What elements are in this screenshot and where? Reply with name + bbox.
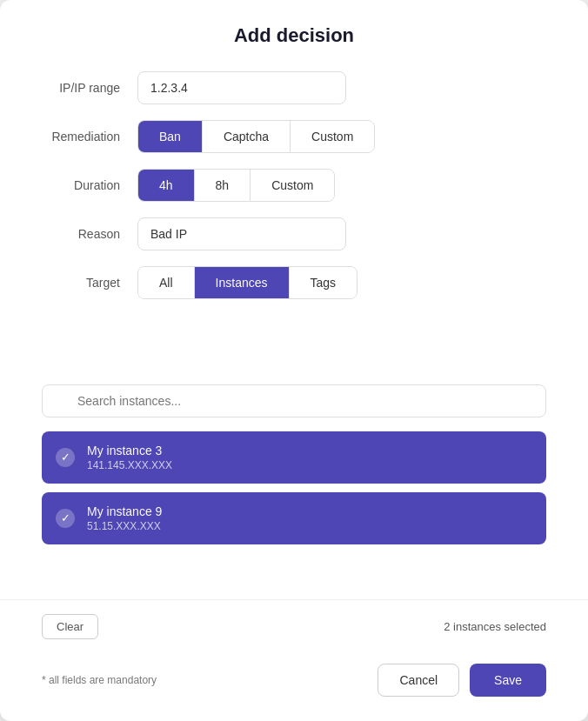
instance-item-2[interactable]: ✓ My instance 9 51.15.XXX.XXX [42,492,546,544]
search-section [0,384,588,417]
duration-4h-btn[interactable]: 4h [138,170,195,201]
reason-input[interactable] [137,217,346,250]
duration-row: Duration 4h 8h Custom [42,169,546,202]
remediation-captcha-btn[interactable]: Captcha [203,121,291,152]
instance-ip-1: 141.145.XXX.XXX [87,459,172,471]
instance-check-2: ✓ [56,509,75,528]
instance-info-2: My instance 9 51.15.XXX.XXX [87,504,162,532]
search-instances-input[interactable] [42,384,546,417]
clear-button[interactable]: Clear [42,614,98,639]
duration-button-group: 4h 8h Custom [137,169,335,202]
target-all-btn[interactable]: All [138,267,195,298]
remediation-ban-btn[interactable]: Ban [138,121,203,152]
target-instances-btn[interactable]: Instances [195,267,290,298]
duration-8h-btn[interactable]: 8h [195,170,251,201]
instance-check-1: ✓ [56,448,75,467]
reason-label: Reason [42,227,137,241]
modal-title: Add decision [28,24,560,47]
ip-input[interactable] [137,71,346,104]
modal: Add decision IP/IP range Remediation Ban… [0,0,588,721]
remediation-row: Remediation Ban Captcha Custom [42,120,546,153]
footer-bar: Clear 2 instances selected [0,599,588,653]
instance-name-1: My instance 3 [87,444,172,457]
remediation-label: Remediation [42,130,137,144]
duration-custom-btn[interactable]: Custom [251,170,334,201]
mandatory-note: * all fields are mandatory [42,674,157,686]
target-label: Target [42,276,137,290]
target-row: Target All Instances Tags [42,266,546,299]
ip-label: IP/IP range [42,81,137,95]
instance-name-2: My instance 9 [87,504,162,518]
instance-item-1[interactable]: ✓ My instance 3 141.145.XXX.XXX [42,431,546,484]
target-button-group: All Instances Tags [137,266,357,299]
modal-actions: * all fields are mandatory Cancel Save [0,653,588,721]
checkmark-icon-1: ✓ [61,451,70,464]
selected-count: 2 instances selected [444,620,546,633]
reason-row: Reason [42,217,546,250]
checkmark-icon-2: ✓ [61,511,70,524]
spacer [0,544,588,600]
remediation-custom-btn[interactable]: Custom [291,121,374,152]
action-buttons: Cancel Save [378,664,546,697]
modal-header: Add decision [0,0,588,64]
form-body: IP/IP range Remediation Ban Captcha Cust… [0,64,588,384]
save-button[interactable]: Save [470,664,546,697]
duration-label: Duration [42,178,137,192]
cancel-button[interactable]: Cancel [378,664,459,697]
ip-row: IP/IP range [42,71,546,104]
target-tags-btn[interactable]: Tags [290,267,357,298]
instance-ip-2: 51.15.XXX.XXX [87,520,162,532]
instances-list: ✓ My instance 3 141.145.XXX.XXX ✓ My ins… [0,431,588,544]
search-wrapper [42,384,546,417]
remediation-button-group: Ban Captcha Custom [137,120,375,153]
instance-info-1: My instance 3 141.145.XXX.XXX [87,444,172,471]
